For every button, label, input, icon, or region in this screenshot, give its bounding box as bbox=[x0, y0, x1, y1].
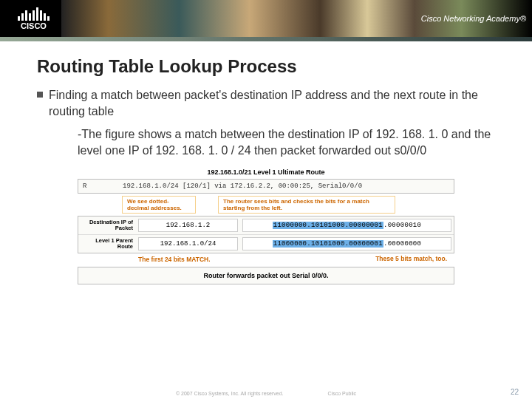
bullet-text: Finding a match between packet's destina… bbox=[49, 87, 495, 119]
footer-label: Cisco Public bbox=[328, 391, 357, 396]
forward-box: Router forwards packet out Serial 0/0/0. bbox=[78, 267, 454, 284]
row-label-route: Level 1 Parent Route bbox=[78, 236, 136, 253]
callout-row: We see dotted-decimal addresses. The rou… bbox=[122, 196, 454, 214]
dest-bin-highlight: 11000000.10101000.00000001 bbox=[273, 222, 383, 229]
bullet-main: Finding a match between packet's destina… bbox=[37, 87, 495, 119]
callout-router: The router sees bits and checks the bits… bbox=[218, 196, 395, 214]
academy-label: Cisco Networking Academy® bbox=[421, 0, 526, 37]
route-bin-cell: 11000000.10101000.00000001.00000000 bbox=[242, 237, 451, 250]
footer: © 2007 Cisco Systems, Inc. All rights re… bbox=[0, 391, 532, 396]
route-ip-cell: 192.168.1.0/24 bbox=[138, 237, 238, 250]
cisco-logo: CISCO bbox=[6, 4, 61, 33]
comparison-table: Destination IP of Packet 192.168.1.2 110… bbox=[78, 216, 454, 253]
logo-text: CISCO bbox=[21, 21, 47, 30]
route-line: R 192.168.1.0/24 [120/1] via 172.16.2.2,… bbox=[83, 183, 449, 190]
logo-bars-icon bbox=[18, 7, 50, 21]
figure: 192.168.1.0/21 Level 1 Ultimate Route R … bbox=[78, 168, 454, 284]
slide-title: Routing Table Lookup Process bbox=[37, 56, 495, 77]
route-entry: 192.168.1.0/24 [120/1] via 172.16.2.2, 0… bbox=[123, 183, 362, 190]
slide-content: Routing Table Lookup Process Finding a m… bbox=[0, 41, 532, 284]
match-note-5bits: These 5 bits match, too. bbox=[78, 255, 447, 262]
table-row: Destination IP of Packet 192.168.1.2 110… bbox=[78, 216, 454, 235]
route-bin-rest: .00000000 bbox=[383, 240, 421, 248]
dest-bin-cell: 11000000.10101000.00000001.00000010 bbox=[242, 219, 451, 232]
page-number: 22 bbox=[511, 388, 519, 396]
route-box: R 192.168.1.0/24 [120/1] via 172.16.2.2,… bbox=[78, 179, 454, 194]
route-code: R bbox=[83, 183, 123, 190]
header-photo-strip: Cisco Networking Academy® bbox=[61, 0, 532, 37]
figure-title: 192.168.1.0/21 Level 1 Ultimate Route bbox=[78, 168, 454, 176]
dest-ip-cell: 192.168.1.2 bbox=[138, 219, 238, 232]
header-bar: CISCO Cisco Networking Academy® bbox=[0, 0, 532, 37]
sub-text: -The figure shows a match between the de… bbox=[78, 126, 495, 158]
row-label-dest: Destination IP of Packet bbox=[78, 217, 136, 234]
copyright: © 2007 Cisco Systems, Inc. All rights re… bbox=[176, 391, 284, 396]
route-bin-highlight: 11000000.10101000.00000001 bbox=[273, 240, 383, 248]
dest-bin-rest: .00000010 bbox=[383, 222, 421, 229]
callout-human: We see dotted-decimal addresses. bbox=[122, 196, 196, 214]
table-row: Level 1 Parent Route 192.168.1.0/24 1100… bbox=[78, 235, 454, 253]
bullet-icon bbox=[37, 92, 43, 98]
